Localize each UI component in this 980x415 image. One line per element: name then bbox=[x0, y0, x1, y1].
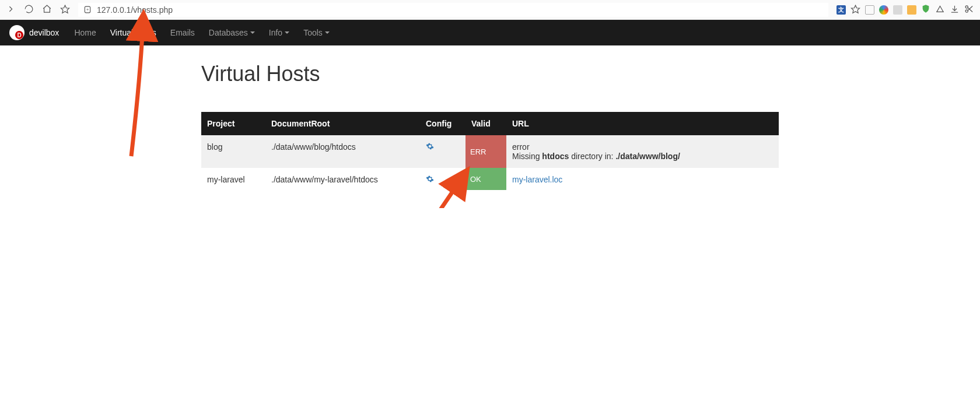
table-header-row: Project DocumentRoot Config Valid URL bbox=[201, 112, 779, 135]
svg-marker-6 bbox=[851, 5, 859, 13]
cell-config bbox=[420, 135, 466, 168]
page-title: Virtual Hosts bbox=[201, 62, 779, 86]
chevron-down-icon bbox=[250, 31, 255, 34]
address-bar[interactable]: + 127.0.0.1/vhosts.php bbox=[78, 3, 828, 17]
nav-virtual-hosts[interactable]: Virtual Hosts bbox=[103, 20, 163, 45]
nav-tools[interactable]: Tools bbox=[296, 20, 337, 45]
page-content: Virtual Hosts Project DocumentRoot Confi… bbox=[201, 45, 779, 208]
ext-icon-1[interactable] bbox=[865, 5, 874, 15]
th-docroot: DocumentRoot bbox=[265, 112, 420, 135]
nav-databases[interactable]: Databases bbox=[202, 20, 262, 45]
th-project: Project bbox=[201, 112, 265, 135]
brand-label: devilbox bbox=[29, 28, 59, 37]
delta-icon[interactable] bbox=[935, 4, 945, 16]
table-row: my-laravel ./data/www/my-laravel/htdocs … bbox=[201, 168, 779, 192]
devilbox-logo-icon bbox=[9, 25, 24, 40]
bookmark-star-icon[interactable] bbox=[850, 4, 860, 16]
cell-url: error Missing htdocs directory in: ./dat… bbox=[506, 135, 779, 168]
gear-icon[interactable] bbox=[426, 175, 434, 185]
th-url: URL bbox=[506, 112, 779, 135]
nav-home[interactable]: Home bbox=[67, 20, 103, 45]
forward-icon[interactable] bbox=[6, 4, 16, 16]
app-navbar: devilbox Home Virtual Hosts Emails Datab… bbox=[0, 20, 980, 45]
star-outline-icon[interactable] bbox=[60, 4, 70, 16]
vhosts-table: Project DocumentRoot Config Valid URL bl… bbox=[201, 112, 779, 192]
cell-project: my-laravel bbox=[201, 168, 265, 192]
chevron-down-icon bbox=[325, 31, 330, 34]
chevron-down-icon bbox=[285, 31, 289, 34]
status-badge-err: ERR bbox=[466, 135, 506, 168]
cell-docroot: ./data/www/my-laravel/htdocs bbox=[265, 168, 420, 192]
ext-icon-3[interactable] bbox=[893, 5, 902, 15]
url-error: error bbox=[512, 142, 773, 152]
home-icon[interactable] bbox=[42, 4, 52, 16]
site-info-icon[interactable]: + bbox=[83, 5, 92, 15]
svg-marker-7 bbox=[937, 6, 943, 12]
ext-icon-2[interactable] bbox=[879, 5, 888, 15]
scissors-icon[interactable] bbox=[964, 4, 974, 16]
download-icon[interactable] bbox=[950, 4, 960, 16]
nav-info[interactable]: Info bbox=[262, 20, 296, 45]
brand[interactable]: devilbox bbox=[9, 25, 59, 40]
reload-icon[interactable] bbox=[24, 4, 34, 16]
browser-extensions: 文 bbox=[836, 4, 974, 16]
cell-project: blog bbox=[201, 135, 265, 168]
cell-valid: ERR bbox=[466, 135, 506, 168]
adblock-ext-icon[interactable] bbox=[921, 4, 930, 15]
svg-marker-0 bbox=[61, 5, 69, 13]
url-error-detail: Missing htdocs directory in: ./data/www/… bbox=[512, 152, 773, 161]
th-config: Config bbox=[420, 112, 466, 135]
vhost-link[interactable]: my-laravel.loc bbox=[512, 175, 562, 184]
cell-url: my-laravel.loc bbox=[506, 168, 779, 192]
cell-docroot: ./data/www/blog/htdocs bbox=[265, 135, 420, 168]
url-text: 127.0.0.1/vhosts.php bbox=[97, 5, 173, 15]
ext-icon-4[interactable] bbox=[907, 5, 916, 15]
cell-valid: OK bbox=[466, 168, 506, 192]
browser-toolbar: + 127.0.0.1/vhosts.php 文 bbox=[0, 0, 980, 20]
table-row: blog ./data/www/blog/htdocs ERR error Mi… bbox=[201, 135, 779, 168]
nav-emails[interactable]: Emails bbox=[163, 20, 202, 45]
cell-config bbox=[420, 168, 466, 192]
translate-ext-icon[interactable]: 文 bbox=[836, 5, 846, 15]
status-badge-ok: OK bbox=[466, 168, 506, 190]
gear-icon[interactable] bbox=[426, 143, 434, 152]
th-valid: Valid bbox=[466, 112, 506, 135]
svg-text:+: + bbox=[86, 7, 89, 12]
